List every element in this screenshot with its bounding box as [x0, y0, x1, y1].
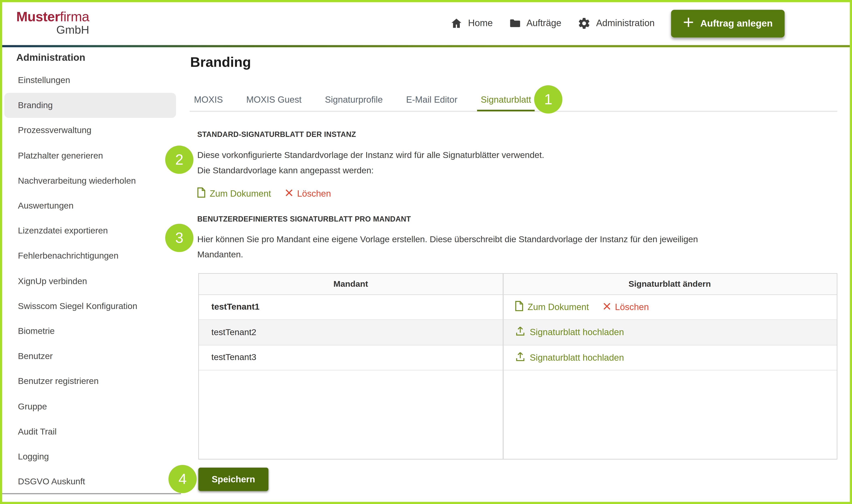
sidebar-item-lizenzdatei-exportieren[interactable]: Lizenzdatei exportieren: [4, 218, 176, 244]
zum-dokument-link[interactable]: Zum Dokument: [197, 187, 271, 200]
logo-part-regular: firma: [60, 9, 89, 24]
row-loeschen-link[interactable]: Löschen: [603, 302, 649, 312]
tab-signaturblatt[interactable]: Signaturblatt: [477, 91, 535, 111]
screenshot-root: Musterfirma GmbH Home Aufträge Administr…: [0, 0, 852, 504]
sidebar-bottom-divider: [2, 493, 181, 494]
loeschen-label: Löschen: [297, 188, 331, 198]
sidebar-item-benutzer[interactable]: Benutzer: [4, 344, 176, 369]
custom-section-text: Hier können Sie pro Mandant eine eigene …: [197, 232, 698, 262]
tenant-name: testTenant2: [199, 320, 503, 345]
nav-home[interactable]: Home: [451, 17, 493, 29]
sidebar-item-nachverarbeitung-wiederholen[interactable]: Nachverarbeitung wiederholen: [4, 168, 176, 193]
standard-section-line2: Die Standardvorlage kann angepasst werde…: [197, 163, 544, 178]
sidebar-item-fehlerbenachrichtigungen[interactable]: Fehlerbenachrichtigungen: [4, 244, 176, 269]
signaturblatt-hochladen-link[interactable]: Signaturblatt hochladen: [515, 351, 624, 364]
tab-moxis-guest[interactable]: MOXIS Guest: [242, 91, 305, 111]
column-header-signaturblatt-aendern: Signaturblatt ändern: [503, 274, 837, 294]
signaturblatt-hochladen-link[interactable]: Signaturblatt hochladen: [515, 326, 624, 339]
tab-moxis[interactable]: MOXIS: [190, 91, 226, 111]
tab-email-editor[interactable]: E-Mail Editor: [402, 91, 461, 111]
tenant-table: Mandant Signaturblatt ändern testTenant1…: [198, 273, 837, 460]
row-zum-dokument-link[interactable]: Zum Dokument: [515, 301, 589, 313]
nav-auftraege[interactable]: Aufträge: [509, 17, 561, 29]
upload-icon: [515, 326, 525, 339]
sidebar-item-swisscom-siegel-konfiguration[interactable]: Swisscom Siegel Konfiguration: [4, 294, 176, 319]
sidebar-item-dsgvo-auskunft[interactable]: DSGVO Auskunft: [4, 469, 176, 494]
app-window: Musterfirma GmbH Home Aufträge Administr…: [2, 2, 850, 502]
tenant-actions: Signaturblatt hochladen: [503, 345, 837, 370]
callout-step-3: 3: [165, 224, 194, 252]
table-column-divider: [503, 274, 503, 459]
table-row: testTenant3 Signaturblatt hochladen: [199, 345, 837, 370]
logo-part-bold: Muster: [16, 9, 60, 24]
tab-signaturprofile[interactable]: Signaturprofile: [321, 91, 386, 111]
sidebar-item-benutzer-registrieren[interactable]: Benutzer registrieren: [4, 369, 176, 394]
custom-section-heading: BENUTZERDEFINIERTES SIGNATURBLATT PRO MA…: [197, 215, 411, 223]
header-gradient-divider: [2, 45, 850, 48]
table-header-row: Mandant Signaturblatt ändern: [199, 274, 837, 295]
save-button[interactable]: Speichern: [198, 468, 269, 491]
zum-dokument-label: Zum Dokument: [210, 188, 271, 198]
x-icon: [603, 302, 611, 312]
tenant-actions: Zum Dokument Löschen: [503, 295, 837, 319]
row-zum-dokument-label: Zum Dokument: [528, 302, 589, 312]
create-order-label: Auftrag anlegen: [700, 18, 773, 29]
top-navigation: Home Aufträge Administration Auftrag anl…: [451, 2, 784, 44]
custom-section-line1: Hier können Sie pro Mandant eine eigene …: [197, 232, 698, 247]
create-order-button[interactable]: Auftrag anlegen: [671, 10, 784, 37]
document-icon: [197, 187, 205, 200]
home-icon: [451, 17, 463, 29]
tenant-actions: Signaturblatt hochladen: [503, 320, 837, 345]
nav-home-label: Home: [468, 18, 493, 29]
sidebar-item-branding[interactable]: Branding: [4, 93, 176, 118]
sidebar-item-audit-trail[interactable]: Audit Trail: [4, 419, 176, 444]
sidebar-menu: Einstellungen Branding Prozessverwaltung…: [2, 68, 190, 494]
sidebar-item-prozessverwaltung[interactable]: Prozessverwaltung: [4, 118, 176, 143]
custom-section-line2: Mandanten.: [197, 247, 698, 262]
callout-step-4: 4: [168, 465, 197, 493]
sidebar-item-logging[interactable]: Logging: [4, 444, 176, 469]
standard-section-actions: Zum Dokument Löschen: [197, 186, 331, 201]
sidebar-item-einstellungen[interactable]: Einstellungen: [4, 68, 176, 93]
tenant-name: testTenant1: [199, 295, 503, 319]
x-icon: [285, 188, 293, 198]
upload-icon: [515, 351, 525, 364]
page-title: Branding: [190, 54, 251, 70]
standard-section-line1: Diese vorkonfigurierte Standardvorlage d…: [197, 148, 544, 163]
gear-icon: [578, 17, 591, 30]
row-loeschen-label: Löschen: [615, 302, 649, 312]
document-icon: [515, 301, 523, 313]
callout-step-1: 1: [534, 85, 562, 113]
signaturblatt-hochladen-label: Signaturblatt hochladen: [530, 327, 624, 337]
column-header-mandant: Mandant: [199, 274, 503, 294]
logo-line1: Musterfirma: [16, 9, 89, 23]
sidebar-title: Administration: [16, 52, 86, 64]
standard-section-text: Diese vorkonfigurierte Standardvorlage d…: [197, 148, 544, 178]
sidebar-item-biometrie[interactable]: Biometrie: [4, 319, 176, 344]
nav-auftraege-label: Aufträge: [526, 18, 561, 29]
signaturblatt-hochladen-label: Signaturblatt hochladen: [530, 352, 624, 363]
plus-icon: [683, 17, 694, 30]
tenant-name: testTenant3: [199, 345, 503, 370]
nav-administration[interactable]: Administration: [578, 17, 655, 30]
folder-icon: [509, 17, 521, 29]
table-row: testTenant2 Signaturblatt hochladen: [199, 320, 837, 345]
branding-tabs: MOXIS MOXIS Guest Signaturprofile E-Mail…: [190, 91, 535, 111]
sidebar-item-xignup-verbinden[interactable]: XignUp verbinden: [4, 269, 176, 294]
table-row: testTenant1 Zum Dokument Löschen: [199, 295, 837, 320]
sidebar-item-platzhalter-generieren[interactable]: Platzhalter generieren: [4, 143, 176, 168]
nav-administration-label: Administration: [596, 18, 655, 29]
page-border: Musterfirma GmbH Home Aufträge Administr…: [0, 0, 852, 504]
logo-line2: GmbH: [16, 24, 89, 36]
standard-section-heading: STANDARD-SIGNATURBLATT DER INSTANZ: [197, 130, 356, 139]
sidebar-item-auswertungen[interactable]: Auswertungen: [4, 193, 176, 218]
sidebar-item-gruppe[interactable]: Gruppe: [4, 394, 176, 419]
loeschen-link[interactable]: Löschen: [285, 188, 331, 198]
callout-step-2: 2: [165, 146, 194, 174]
company-logo: Musterfirma GmbH: [16, 9, 89, 36]
